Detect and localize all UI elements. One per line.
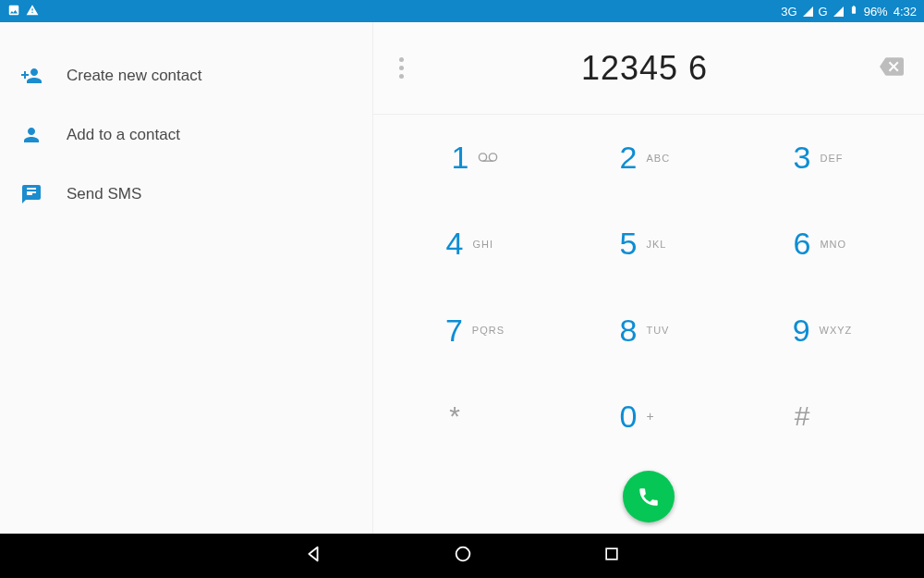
battery-icon <box>849 3 858 19</box>
key-2-digit: 2 <box>620 140 638 176</box>
key-9[interactable]: 9 WXYZ <box>736 288 909 374</box>
key-7[interactable]: 7 PQRS <box>388 288 562 374</box>
send-sms-label: Send SMS <box>67 185 141 203</box>
call-row <box>373 460 924 534</box>
picture-icon <box>7 4 20 19</box>
backspace-button[interactable] <box>880 55 904 82</box>
key-5-letters: JKL <box>646 239 677 250</box>
svg-point-3 <box>456 547 470 561</box>
key-7-letters: PQRS <box>472 325 505 336</box>
network-2-label: G <box>819 5 828 18</box>
create-contact-label: Create new contact <box>67 67 201 85</box>
key-0-plus: + <box>646 409 677 424</box>
key-star-digit: * <box>449 400 460 432</box>
key-5-digit: 5 <box>620 226 638 262</box>
key-1[interactable]: 1 <box>388 115 562 201</box>
voicemail-icon <box>478 151 498 166</box>
key-3[interactable]: 3 DEF <box>736 115 909 201</box>
key-8-digit: 8 <box>620 313 638 349</box>
key-0[interactable]: 0 + <box>562 374 736 460</box>
key-4-letters: GHI <box>472 239 504 250</box>
send-sms-row[interactable]: Send SMS <box>0 165 372 224</box>
key-4-digit: 4 <box>446 226 464 262</box>
key-6-letters: MNO <box>820 239 851 250</box>
actions-pane: Create new contact Add to a contact Send… <box>0 22 373 534</box>
nav-back-button[interactable] <box>303 544 323 568</box>
key-3-letters: DEF <box>820 153 851 164</box>
call-button[interactable] <box>623 471 675 523</box>
signal-1-icon <box>803 6 813 17</box>
key-5[interactable]: 5 JKL <box>562 201 736 287</box>
create-contact-row[interactable]: Create new contact <box>0 46 372 105</box>
nav-home-button[interactable] <box>453 544 473 568</box>
key-7-digit: 7 <box>445 313 463 349</box>
overflow-menu-icon[interactable] <box>394 52 409 84</box>
svg-point-1 <box>490 154 497 161</box>
alert-icon <box>26 4 39 19</box>
key-0-digit: 0 <box>620 399 638 435</box>
nav-recents-button[interactable] <box>602 545 621 567</box>
key-2[interactable]: 2 ABC <box>562 115 736 201</box>
keypad: 1 2 ABC 3 DEF 4 GHI 5 JKL 6 <box>373 115 924 460</box>
person-icon <box>18 124 44 146</box>
key-8-letters: TUV <box>646 325 677 336</box>
key-2-letters: ABC <box>646 153 677 164</box>
dialed-number: 12345 6 <box>409 49 880 88</box>
dialer-pane: 12345 6 1 2 ABC 3 DEF 4 GHI <box>373 22 924 534</box>
network-1-label: 3G <box>781 5 796 18</box>
svg-point-0 <box>480 154 487 161</box>
key-hash[interactable]: # <box>736 374 909 460</box>
key-4[interactable]: 4 GHI <box>388 201 562 287</box>
key-3-digit: 3 <box>794 140 811 176</box>
nav-bar <box>0 534 924 578</box>
status-bar: 3G G 96% 4:32 <box>0 0 924 22</box>
add-to-contact-label: Add to a contact <box>67 126 180 144</box>
sms-icon <box>18 183 44 205</box>
key-6[interactable]: 6 MNO <box>736 201 909 287</box>
key-9-letters: WXYZ <box>820 325 853 336</box>
key-star[interactable]: * <box>388 374 562 460</box>
svg-rect-4 <box>606 548 617 560</box>
main-area: Create new contact Add to a contact Send… <box>0 22 924 534</box>
key-hash-digit: # <box>795 400 810 432</box>
signal-2-icon <box>833 6 844 17</box>
add-to-contact-row[interactable]: Add to a contact <box>0 105 372 165</box>
key-1-digit: 1 <box>452 140 469 176</box>
clock-label: 4:32 <box>894 5 917 18</box>
dialer-top: 12345 6 <box>373 22 924 115</box>
key-6-digit: 6 <box>794 226 811 262</box>
battery-percent: 96% <box>864 5 888 18</box>
person-add-icon <box>18 65 44 87</box>
key-9-digit: 9 <box>793 313 810 349</box>
key-8[interactable]: 8 TUV <box>562 288 736 374</box>
